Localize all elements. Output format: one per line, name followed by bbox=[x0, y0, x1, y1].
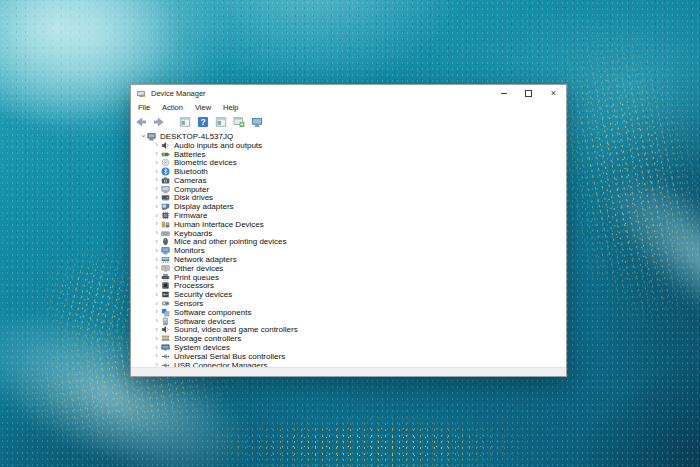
tree-item-label: Other devices bbox=[173, 264, 223, 273]
tree-item-label: Network adapters bbox=[173, 255, 237, 264]
chevron-right-icon[interactable]: › bbox=[152, 150, 161, 158]
tree-root-label: DESKTOP-4L537JQ bbox=[159, 132, 233, 141]
chevron-right-icon[interactable]: › bbox=[152, 282, 161, 290]
properties-button[interactable] bbox=[214, 115, 228, 128]
maximize-button[interactable] bbox=[516, 85, 541, 102]
tree-item-computer[interactable]: ›Computer bbox=[131, 185, 566, 194]
tree-item-label: Cameras bbox=[173, 176, 206, 185]
tree-item-mice-and-other-pointing-devices[interactable]: ›Mice and other pointing devices bbox=[131, 238, 566, 247]
tree-item-cameras[interactable]: ›Cameras bbox=[131, 176, 566, 185]
chevron-right-icon[interactable]: › bbox=[152, 212, 161, 220]
chevron-right-icon[interactable]: › bbox=[152, 291, 161, 299]
console-tree-toggle-button[interactable] bbox=[178, 115, 192, 128]
tree-item-label: Firmware bbox=[173, 211, 207, 220]
tree-item-other-devices[interactable]: ›?Other devices bbox=[131, 264, 566, 273]
tree-item-keyboards[interactable]: ›Keyboards bbox=[131, 229, 566, 238]
chevron-down-icon[interactable]: › bbox=[139, 132, 147, 141]
chevron-right-icon[interactable]: › bbox=[152, 176, 161, 184]
chevron-right-icon[interactable]: › bbox=[152, 256, 161, 264]
tree-item-label: Software components bbox=[173, 308, 251, 317]
device-tree: › DESKTOP-4L537JQ ›Audio inputs and outp… bbox=[131, 130, 566, 367]
tree-item-desktop-4l537jq[interactable]: › DESKTOP-4L537JQ bbox=[131, 132, 566, 141]
chevron-right-icon[interactable]: › bbox=[152, 203, 161, 211]
close-button[interactable]: × bbox=[541, 85, 566, 102]
tree-item-bluetooth[interactable]: ›Bluetooth bbox=[131, 167, 566, 176]
forward-button[interactable] bbox=[152, 115, 166, 128]
tree-item-batteries[interactable]: ›Batteries bbox=[131, 150, 566, 159]
tree-item-firmware[interactable]: ›Firmware bbox=[131, 211, 566, 220]
fingerprint-icon bbox=[161, 158, 173, 167]
chevron-right-icon[interactable]: › bbox=[152, 194, 161, 202]
chevron-right-icon[interactable]: › bbox=[152, 141, 161, 149]
chevron-right-icon[interactable]: › bbox=[152, 344, 161, 352]
tree-item-processors[interactable]: ›Processors bbox=[131, 282, 566, 291]
minimize-button[interactable] bbox=[491, 85, 516, 102]
toolbar: ? bbox=[131, 114, 566, 130]
tree-item-universal-serial-bus-controllers[interactable]: ›Universal Serial Bus controllers bbox=[131, 352, 566, 361]
tree-item-label: Biometric devices bbox=[173, 158, 237, 167]
speaker-icon bbox=[161, 325, 173, 334]
window-status-strip bbox=[131, 367, 566, 376]
chevron-right-icon[interactable]: › bbox=[152, 335, 161, 343]
speaker-icon bbox=[161, 141, 173, 150]
tree-item-label: Storage controllers bbox=[173, 334, 241, 343]
title-bar[interactable]: Device Manager × bbox=[131, 85, 566, 102]
tree-item-label: Sound, video and game controllers bbox=[173, 325, 298, 334]
tree-item-software-devices[interactable]: ›Software devices bbox=[131, 317, 566, 326]
tree-item-system-devices[interactable]: ›System devices bbox=[131, 343, 566, 352]
scan-hardware-changes-button[interactable] bbox=[232, 115, 246, 128]
mouse-icon bbox=[161, 237, 173, 246]
tree-item-human-interface-devices[interactable]: ›Human Interface Devices bbox=[131, 220, 566, 229]
help-icon: ? bbox=[197, 116, 209, 128]
bluetooth-icon bbox=[161, 167, 173, 176]
tree-item-biometric-devices[interactable]: ›Biometric devices bbox=[131, 158, 566, 167]
tree-item-monitors[interactable]: ›Monitors bbox=[131, 246, 566, 255]
chevron-right-icon[interactable]: › bbox=[152, 168, 161, 176]
tree-item-label: Security devices bbox=[173, 290, 232, 299]
menu-bar: FileActionViewHelp bbox=[131, 102, 566, 114]
tree-item-network-adapters[interactable]: ›Network adapters bbox=[131, 255, 566, 264]
tree-item-label: Universal Serial Bus controllers bbox=[173, 352, 285, 361]
chevron-right-icon[interactable]: › bbox=[152, 317, 161, 325]
tree-item-display-adapters[interactable]: ›Display adapters bbox=[131, 202, 566, 211]
tree-item-storage-controllers[interactable]: ›Storage controllers bbox=[131, 334, 566, 343]
tree-item-label: Print queues bbox=[173, 273, 219, 282]
tree-item-audio-inputs-and-outputs[interactable]: ›Audio inputs and outputs bbox=[131, 141, 566, 150]
devices-view-button[interactable] bbox=[250, 115, 264, 128]
hid-icon bbox=[161, 220, 173, 229]
back-button[interactable] bbox=[134, 115, 148, 128]
chevron-right-icon[interactable]: › bbox=[152, 264, 161, 272]
device-manager-window: Device Manager × FileActionViewHelp ? › … bbox=[130, 84, 567, 377]
chevron-right-icon[interactable]: › bbox=[152, 238, 161, 246]
chevron-right-icon[interactable]: › bbox=[152, 229, 161, 237]
chevron-right-icon[interactable]: › bbox=[152, 352, 161, 360]
help-button[interactable]: ? bbox=[196, 115, 210, 128]
chevron-right-icon[interactable]: › bbox=[152, 300, 161, 308]
tree-item-label: Batteries bbox=[173, 150, 206, 159]
chevron-right-icon[interactable]: › bbox=[152, 273, 161, 281]
tree-item-sound-video-and-game-controllers[interactable]: ›Sound, video and game controllers bbox=[131, 326, 566, 335]
tree-item-print-queues[interactable]: ›Print queues bbox=[131, 273, 566, 282]
menu-item-file[interactable]: File bbox=[132, 102, 156, 113]
menu-item-view[interactable]: View bbox=[189, 102, 217, 113]
chevron-right-icon[interactable]: › bbox=[152, 185, 161, 193]
tree-item-sensors[interactable]: ›Sensors bbox=[131, 299, 566, 308]
menu-item-help[interactable]: Help bbox=[217, 102, 244, 113]
minimize-icon bbox=[501, 93, 507, 94]
chevron-right-icon[interactable]: › bbox=[152, 159, 161, 167]
scan-plus-icon bbox=[233, 116, 245, 128]
tree-item-security-devices[interactable]: ›Security devices bbox=[131, 290, 566, 299]
chevron-right-icon[interactable]: › bbox=[152, 247, 161, 255]
tree-item-software-components[interactable]: ›Software components bbox=[131, 308, 566, 317]
chevron-right-icon[interactable]: › bbox=[152, 326, 161, 334]
tree-item-disk-drives[interactable]: ›Disk drives bbox=[131, 194, 566, 203]
chevron-right-icon[interactable]: › bbox=[152, 308, 161, 316]
computer-icon bbox=[161, 185, 173, 194]
menu-item-action[interactable]: Action bbox=[156, 102, 189, 113]
window-title: Device Manager bbox=[151, 89, 206, 98]
console-window-icon bbox=[215, 116, 227, 128]
tree-item-label: Disk drives bbox=[173, 193, 213, 202]
arrow-left-icon bbox=[135, 116, 147, 128]
chevron-right-icon[interactable]: › bbox=[152, 220, 161, 228]
tree-item-label: Bluetooth bbox=[173, 167, 208, 176]
